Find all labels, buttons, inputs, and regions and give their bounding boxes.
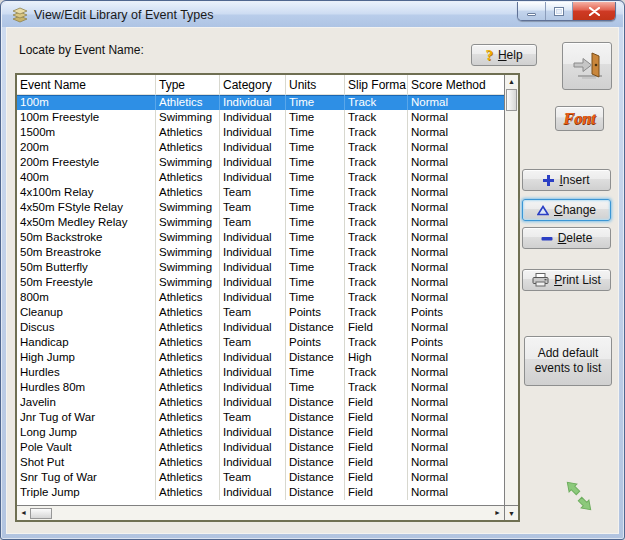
column-header-1[interactable]: Type <box>156 75 220 94</box>
table-cell: Individual <box>220 125 286 140</box>
print-list-button[interactable]: Print List <box>522 269 611 291</box>
table-cell: Time <box>286 380 345 395</box>
table-cell: 400m <box>17 170 156 185</box>
table-row[interactable]: High JumpAthleticsIndividualDistanceHigh… <box>17 350 504 365</box>
table-cell: Normal <box>408 95 504 110</box>
table-cell: Track <box>345 95 408 110</box>
column-header-0[interactable]: Event Name <box>17 75 156 94</box>
table-row[interactable]: Pole VaultAthleticsIndividualDistanceFie… <box>17 440 504 455</box>
table-cell: Individual <box>220 440 286 455</box>
scroll-right-icon[interactable]: ► <box>491 506 504 520</box>
table-row[interactable]: 4x50m Medley RelaySwimmingTeamTimeTrackN… <box>17 215 504 230</box>
table-cell: Individual <box>220 155 286 170</box>
table-cell: Athletics <box>156 95 220 110</box>
vertical-scrollbar[interactable]: ▲ <box>504 75 518 505</box>
column-header-2[interactable]: Category <box>220 75 286 94</box>
table-row[interactable]: 1500mAthleticsIndividualTimeTrackNormal <box>17 125 504 140</box>
table-row[interactable]: 400mAthleticsIndividualTimeTrackNormal <box>17 170 504 185</box>
table-row[interactable]: DiscusAthleticsIndividualDistanceFieldNo… <box>17 320 504 335</box>
table-row[interactable]: HurdlesAthleticsIndividualTimeTrackNorma… <box>17 365 504 380</box>
table-cell: Distance <box>286 470 345 485</box>
scroll-down-icon[interactable]: ▼ <box>504 505 518 520</box>
table-cell: Track <box>345 155 408 170</box>
delete-button[interactable]: Delete <box>522 227 611 249</box>
table-cell: Track <box>345 200 408 215</box>
table-cell: Normal <box>408 380 504 395</box>
table-cell: Swimming <box>156 245 220 260</box>
table-row[interactable]: 200mAthleticsIndividualTimeTrackNormal <box>17 140 504 155</box>
table-row[interactable]: Shot PutAthleticsIndividualDistanceField… <box>17 455 504 470</box>
close-button[interactable] <box>573 2 615 20</box>
horizontal-scrollbar-thumb[interactable] <box>30 508 52 519</box>
table-cell: Athletics <box>156 140 220 155</box>
table-cell: Individual <box>220 170 286 185</box>
table-cell: Athletics <box>156 410 220 425</box>
table-cell: Time <box>286 170 345 185</box>
table-cell: Normal <box>408 275 504 290</box>
table-row[interactable]: Hurdles 80mAthleticsIndividualTimeTrackN… <box>17 380 504 395</box>
table-cell: Normal <box>408 470 504 485</box>
table-cell: Distance <box>286 395 345 410</box>
titlebar[interactable]: View/Edit Library of Event Types <box>2 2 623 27</box>
maximize-button[interactable] <box>546 2 573 20</box>
table-row[interactable]: HandicapAthleticsTeamPointsTrackPoints <box>17 335 504 350</box>
font-button-label: Font <box>563 110 595 128</box>
table-cell: Time <box>286 200 345 215</box>
table-cell: Handicap <box>17 335 156 350</box>
table-cell: Athletics <box>156 290 220 305</box>
table-cell: Athletics <box>156 365 220 380</box>
table-cell: 200m Freestyle <box>17 155 156 170</box>
table-row[interactable]: 100mAthleticsIndividualTimeTrackNormal <box>17 95 504 110</box>
table-row[interactable]: 50m ButterflySwimmingIndividualTimeTrack… <box>17 260 504 275</box>
scroll-up-icon[interactable]: ▲ <box>505 75 518 88</box>
table-row[interactable]: 50m BackstrokeSwimmingIndividualTimeTrac… <box>17 230 504 245</box>
minimize-button[interactable] <box>518 2 546 20</box>
table-cell: Team <box>220 185 286 200</box>
table-row[interactable]: Triple JumpAthleticsIndividualDistanceFi… <box>17 485 504 500</box>
table-cell: Team <box>220 305 286 320</box>
column-header-3[interactable]: Units <box>286 75 345 94</box>
table-cell: Individual <box>220 275 286 290</box>
table-cell: Normal <box>408 395 504 410</box>
table-row[interactable]: 4x50m FStyle RelaySwimmingTeamTimeTrackN… <box>17 200 504 215</box>
table-row[interactable]: 50m BreastrokeSwimmingIndividualTimeTrac… <box>17 245 504 260</box>
font-button[interactable]: Font <box>555 106 604 131</box>
table-cell: 800m <box>17 290 156 305</box>
table-header-row: Event NameTypeCategoryUnitsSlip FormaSco… <box>17 75 504 95</box>
horizontal-scrollbar[interactable]: ◄ ► <box>17 505 504 520</box>
table-cell: Cleanup <box>17 305 156 320</box>
vertical-scrollbar-thumb[interactable] <box>506 89 517 111</box>
table-cell: Track <box>345 215 408 230</box>
minimize-icon <box>527 13 536 16</box>
column-header-5[interactable]: Score Method <box>408 75 504 94</box>
exit-button[interactable] <box>562 42 612 90</box>
table-row[interactable]: 50m FreestyleSwimmingIndividualTimeTrack… <box>17 275 504 290</box>
column-header-4[interactable]: Slip Forma <box>345 75 408 94</box>
table-cell: Swimming <box>156 110 220 125</box>
table-row[interactable]: CleanupAthleticsTeamPointsTrackPoints <box>17 305 504 320</box>
table-row[interactable]: JavelinAthleticsIndividualDistanceFieldN… <box>17 395 504 410</box>
table-cell: Athletics <box>156 170 220 185</box>
table-cell: Swimming <box>156 260 220 275</box>
help-button[interactable]: ? Help <box>471 44 537 66</box>
print-list-button-label: Print List <box>554 273 601 287</box>
table-cell: Track <box>345 230 408 245</box>
table-cell: Field <box>345 485 408 500</box>
add-default-events-button[interactable]: Add default events to list <box>524 336 612 386</box>
change-button[interactable]: Change <box>522 199 611 221</box>
insert-button[interactable]: Insert <box>522 169 611 191</box>
table-row[interactable]: 100m FreestyleSwimmingIndividualTimeTrac… <box>17 110 504 125</box>
table-cell: 100m Freestyle <box>17 110 156 125</box>
scroll-left-icon[interactable]: ◄ <box>17 506 30 520</box>
table-row[interactable]: Long JumpAthleticsIndividualDistanceFiel… <box>17 425 504 440</box>
table-cell: Swimming <box>156 200 220 215</box>
table-row[interactable]: 200m FreestyleSwimmingIndividualTimeTrac… <box>17 155 504 170</box>
table-row[interactable]: Snr Tug of WarAthleticsTeamDistanceField… <box>17 470 504 485</box>
table-cell: Normal <box>408 320 504 335</box>
table-cell: Javelin <box>17 395 156 410</box>
table-cell: Normal <box>408 260 504 275</box>
table-row[interactable]: 4x100m RelayAthleticsTeamTimeTrackNormal <box>17 185 504 200</box>
table-row[interactable]: Jnr Tug of WarAthleticsTeamDistanceField… <box>17 410 504 425</box>
table-cell: Field <box>345 455 408 470</box>
table-row[interactable]: 800mAthleticsIndividualTimeTrackNormal <box>17 290 504 305</box>
